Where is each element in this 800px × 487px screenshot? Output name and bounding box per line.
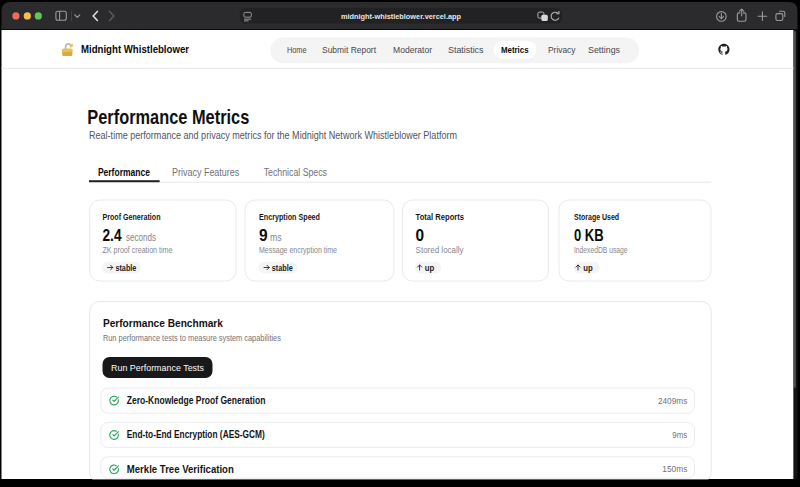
svg-text:Real-time performance and priv: Real-time performance and privacy metric… [89,130,457,141]
svg-text:Proof Generation: Proof Generation [103,212,161,222]
svg-text:Performance Metrics: Performance Metrics [87,105,249,128]
svg-text:Technical Specs: Technical Specs [264,167,327,178]
svg-text:0: 0 [416,227,425,244]
svg-text:Midnight Whistleblower: Midnight Whistleblower [81,43,190,55]
svg-text:9ms: 9ms [672,430,687,440]
svg-text:Stored locally: Stored locally [416,245,464,255]
svg-text:Message encryption time: Message encryption time [259,245,337,255]
svg-text:Performance Benchmark: Performance Benchmark [103,317,224,329]
svg-text:Storage Used: Storage Used [574,212,619,222]
svg-text:Settings: Settings [588,44,620,55]
svg-text:Zero-Knowledge Proof Generatio: Zero-Knowledge Proof Generation [127,395,266,406]
svg-text:Home: Home [287,44,307,55]
svg-text:up: up [583,263,593,273]
svg-text:IndexedDB usage: IndexedDB usage [574,245,628,255]
svg-text:Encryption Speed: Encryption Speed [259,212,320,222]
svg-text:Total Reports: Total Reports [416,212,465,222]
svg-text:Submit Report: Submit Report [322,44,376,55]
svg-text:ZK proof creation time: ZK proof creation time [103,245,173,255]
svg-text:ms: ms [270,232,282,243]
svg-text:2409ms: 2409ms [658,396,688,406]
svg-text:End-to-End Encryption (AES-GCM: End-to-End Encryption (AES-GCM) [127,429,265,440]
svg-text:stable: stable [115,263,136,273]
svg-text:150ms: 150ms [662,464,687,474]
svg-text:Performance: Performance [98,167,150,178]
svg-text:Merkle Tree Verification: Merkle Tree Verification [127,464,234,475]
svg-text:seconds: seconds [126,232,156,243]
svg-text:Privacy Features: Privacy Features [172,167,239,178]
svg-text:Moderator: Moderator [393,44,432,55]
svg-text:Metrics: Metrics [501,44,529,55]
svg-text:9: 9 [259,227,268,244]
svg-text:2.4: 2.4 [103,227,122,244]
svg-text:up: up [425,263,435,273]
svg-text:Run performance tests to measu: Run performance tests to measure system … [103,333,281,343]
svg-text:Statistics: Statistics [448,44,484,55]
svg-text:stable: stable [272,263,293,273]
svg-text:Privacy: Privacy [548,44,576,55]
svg-text:midnight-whistleblower.vercel.: midnight-whistleblower.vercel.app [341,12,461,21]
svg-text:Run Performance Tests: Run Performance Tests [111,362,204,373]
svg-text:0 KB: 0 KB [574,227,604,244]
